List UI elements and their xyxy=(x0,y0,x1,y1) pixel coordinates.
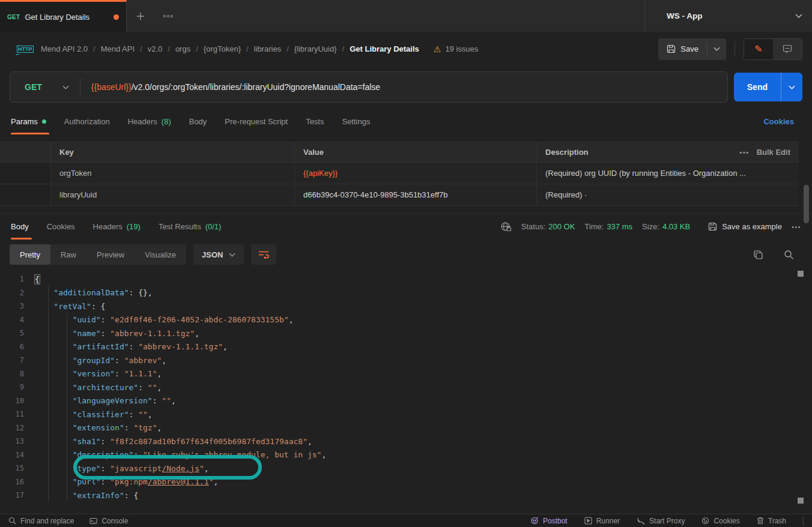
cookies-link[interactable]: Cookies xyxy=(763,108,801,134)
find-and-replace-button[interactable]: Find and replace xyxy=(8,517,74,525)
code-scroll-mark xyxy=(798,498,804,504)
code-line: 9 "architecture": "", xyxy=(0,381,812,394)
tab-response-cookies[interactable]: Cookies xyxy=(38,214,84,239)
cookies-button[interactable]: Cookies xyxy=(701,517,739,525)
param-value[interactable]: {{apiKey}} xyxy=(294,163,536,184)
line-number: 5 xyxy=(0,329,35,337)
line-number: 3 xyxy=(0,302,35,310)
table-row[interactable]: libraryUuid d66b39c4-0370-4e10-9895-3b51… xyxy=(0,184,799,205)
search-icon[interactable] xyxy=(784,250,794,260)
issues-indicator[interactable]: ⚠ 19 issues xyxy=(434,44,478,53)
breadcrumb-item[interactable]: orgs xyxy=(175,44,190,53)
copy-icon[interactable] xyxy=(753,250,763,260)
issues-count: 19 issues xyxy=(445,44,478,53)
send-label: Send xyxy=(747,82,768,92)
bulk-edit-button[interactable]: Bulk Edit xyxy=(757,148,790,157)
method-selector[interactable]: GET xyxy=(10,82,80,92)
param-key[interactable]: libraryUuid xyxy=(50,184,294,205)
mode-preview[interactable]: Preview xyxy=(86,244,135,265)
headers-count: (8) xyxy=(162,117,171,126)
line-number: 16 xyxy=(0,478,35,486)
tab-overflow-button[interactable] xyxy=(154,0,182,32)
code-lines: 1{2 "additionalData": {},3 "retVal": {4 … xyxy=(0,273,812,502)
request-tab[interactable]: GET Get Library Details xyxy=(0,0,127,32)
code-line: 17 "extraInfo": { xyxy=(0,489,812,502)
code-line: 13 "sha1": "f8f2c887ad10bf67f634f005b698… xyxy=(0,435,812,448)
tab-response-headers[interactable]: Headers (19) xyxy=(84,214,150,239)
status-badge[interactable]: Status: 200 OK xyxy=(521,222,575,231)
send-options-button[interactable] xyxy=(781,73,802,101)
param-key[interactable]: orgToken xyxy=(50,163,294,184)
breadcrumb-item[interactable]: libraries xyxy=(254,44,282,53)
code-line: 12 "extension": "tgz", xyxy=(0,421,812,435)
response-options-icon[interactable]: ••• xyxy=(792,223,801,230)
table-row[interactable]: orgToken {{apiKey}} (Required) org UUID … xyxy=(0,163,799,184)
row-handle-column xyxy=(0,142,50,162)
tab-headers[interactable]: Headers (8) xyxy=(119,108,180,134)
tab-label: Params xyxy=(11,117,38,126)
save-options-button[interactable] xyxy=(707,38,726,60)
workspace-name: WS - App xyxy=(667,11,702,20)
breadcrumb-item[interactable]: v2.0 xyxy=(148,44,163,53)
divider xyxy=(803,517,804,525)
send-button[interactable]: Send xyxy=(734,73,781,101)
wrap-lines-button[interactable] xyxy=(251,244,276,265)
param-value[interactable]: d66b39c4-0370-4e10-9895-3b51b31eff7b xyxy=(294,184,536,205)
start-proxy-button[interactable]: Start Proxy xyxy=(637,517,685,525)
edit-button[interactable]: ✎ xyxy=(744,39,773,59)
code-line: 3 "retVal": { xyxy=(0,300,812,313)
new-tab-button[interactable] xyxy=(127,0,154,32)
table-actions: ••• Bulk Edit xyxy=(709,142,799,162)
line-number: 10 xyxy=(0,397,35,405)
mode-visualize[interactable]: Visualize xyxy=(135,244,186,265)
breadcrumb-item[interactable]: Mend API 2.0 xyxy=(41,44,88,53)
tab-prerequest-script[interactable]: Pre-request Script xyxy=(216,108,297,134)
tab-strip: GET Get Library Details WS - App xyxy=(0,0,812,32)
tab-response-body[interactable]: Body xyxy=(11,214,38,239)
save-button[interactable]: Save xyxy=(658,38,707,60)
save-icon xyxy=(667,44,676,53)
trash-button[interactable]: Trash xyxy=(757,517,786,525)
tab-authorization[interactable]: Authorization xyxy=(55,108,119,134)
ellipsis-icon xyxy=(163,14,174,18)
code-scrollbar-thumb[interactable] xyxy=(798,271,804,277)
tab-method-badge: GET xyxy=(7,14,20,20)
workspace-selector[interactable]: WS - App xyxy=(645,0,812,32)
tab-settings[interactable]: Settings xyxy=(333,108,379,134)
runner-button[interactable]: Runner xyxy=(584,517,620,525)
size-badge[interactable]: Size: 4.03 KB xyxy=(642,222,690,231)
chevron-down-icon xyxy=(62,85,69,89)
status-bar: Find and replace Console Postbot Runner … xyxy=(0,514,812,527)
url-variable: {{baseUrl}} xyxy=(91,82,132,92)
line-number: 7 xyxy=(0,356,35,364)
unsaved-changes-dot xyxy=(114,14,119,20)
postbot-button[interactable]: Postbot xyxy=(530,517,568,525)
tab-test-results[interactable]: Test Results (0/1) xyxy=(150,214,231,239)
breadcrumb-item[interactable]: {libraryUuid} xyxy=(294,44,337,53)
mode-raw[interactable]: Raw xyxy=(50,244,86,265)
breadcrumb-item[interactable]: Mend API xyxy=(101,44,135,53)
chevron-down-icon xyxy=(229,253,235,257)
tab-params[interactable]: Params xyxy=(11,108,55,134)
param-description: (Required) · xyxy=(545,190,587,199)
code-line: 10 "languageVersion": "", xyxy=(0,394,812,408)
url-input[interactable]: {{baseUrl}}/v2.0/orgs/:orgToken/librarie… xyxy=(80,82,391,92)
cookie-icon xyxy=(701,517,709,525)
line-number: 17 xyxy=(0,491,35,499)
console-button[interactable]: Console xyxy=(89,517,128,525)
column-options-icon[interactable]: ••• xyxy=(740,149,750,156)
vertical-scrollbar[interactable] xyxy=(804,185,809,223)
response-body-viewer[interactable]: 1{2 "additionalData": {},3 "retVal": {4 … xyxy=(0,270,812,504)
comments-button[interactable] xyxy=(773,39,802,59)
breadcrumb-item[interactable]: {orgToken} xyxy=(204,44,241,53)
request-name[interactable]: Get Library Details xyxy=(350,44,419,53)
tab-body[interactable]: Body xyxy=(180,108,216,134)
network-lock-icon[interactable] xyxy=(500,221,512,232)
time-badge[interactable]: Time: 337 ms xyxy=(584,222,632,231)
params-active-dot xyxy=(42,119,46,124)
chevron-down-icon xyxy=(714,47,720,51)
language-selector[interactable]: JSON xyxy=(193,244,244,265)
mode-pretty[interactable]: Pretty xyxy=(10,244,50,265)
save-as-example-button[interactable]: Save as example xyxy=(708,222,782,231)
tab-tests[interactable]: Tests xyxy=(297,108,333,134)
